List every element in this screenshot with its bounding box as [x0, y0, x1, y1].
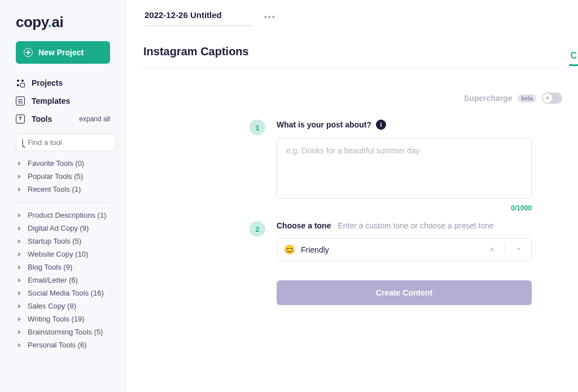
chevron-down-icon[interactable] [511, 245, 524, 255]
info-icon[interactable]: i [376, 120, 386, 130]
brand-name-copy: copy [16, 14, 48, 30]
search-input[interactable] [28, 138, 122, 147]
chevron-right-icon [18, 291, 21, 296]
sidebar-item-label: Sales Copy (8) [28, 302, 76, 310]
plus-circle-icon [24, 48, 33, 57]
main-content: ••• Instagram Captions C Supercharge bet… [126, 0, 578, 392]
sidebar-item-personal-tools[interactable]: Personal Tools (6) [0, 338, 126, 351]
sidebar-item-label: Social Media Tools (16) [28, 289, 104, 297]
tool-categories: Favorite Tools (0) Popular Tools (5) Rec… [0, 157, 126, 392]
chevron-right-icon [18, 317, 21, 321]
chevron-right-icon [18, 161, 21, 166]
sidebar-item-recent-tools[interactable]: Recent Tools (1) [0, 183, 126, 196]
chevron-right-icon [18, 265, 21, 270]
templates-icon [16, 96, 25, 105]
new-project-button[interactable]: New Project [16, 41, 110, 64]
sidebar-item-label: Startup Tools (5) [28, 237, 81, 245]
nav-templates[interactable]: Templates [0, 92, 126, 110]
supercharge-label: Supercharge [464, 94, 513, 103]
sidebar-item-label: Personal Tools (6) [28, 341, 87, 349]
create-content-label: Create Content [376, 288, 432, 297]
step-2-text: Choose a tone [277, 221, 331, 230]
sidebar-item-label: Writing Tools (19) [28, 315, 85, 323]
sidebar-item-label: Product Descriptions (1) [28, 211, 106, 219]
page-header: Instagram Captions [142, 32, 562, 69]
tools-icon [16, 114, 25, 124]
supercharge-row: Supercharge beta [142, 69, 562, 120]
sidebar-item-label: Website Copy (10) [28, 250, 88, 258]
nav-tools[interactable]: Tools expand all [0, 110, 126, 128]
sidebar-item-email-letter[interactable]: Email/Letter (6) [0, 274, 126, 287]
nav-tools-label: Tools [32, 114, 52, 124]
content-scroll: Instagram Captions C Supercharge beta 1 [126, 26, 578, 392]
brand-name-ai: ai [52, 14, 64, 30]
chevron-right-icon [18, 343, 21, 347]
sidebar-item-startup-tools[interactable]: Startup Tools (5) [0, 235, 126, 248]
sidebar-item-blog-tools[interactable]: Blog Tools (9) [0, 261, 126, 274]
character-counter: 0/1000 [277, 204, 532, 212]
separator [505, 245, 505, 255]
toggle-knob [543, 94, 552, 103]
tone-emoji-icon: 😊 [284, 244, 295, 255]
sidebar-item-label: Favorite Tools (0) [28, 159, 84, 168]
chevron-right-icon [18, 278, 21, 283]
step-1: 1 What is your post about? i 0/1000 [249, 120, 532, 212]
chevron-right-icon [18, 330, 21, 334]
tool-search[interactable] [16, 134, 116, 151]
chevron-right-icon [18, 213, 21, 218]
topbar: ••• [126, 0, 578, 26]
divider [16, 202, 110, 203]
new-project-label: New Project [38, 48, 84, 57]
sidebar-item-sales-copy[interactable]: Sales Copy (8) [0, 299, 126, 312]
project-title-input[interactable] [144, 8, 252, 26]
tone-value: Friendly [301, 245, 479, 254]
chevron-right-icon [18, 187, 21, 192]
nav-projects-label: Projects [32, 78, 63, 87]
step-1-badge: 1 [249, 120, 265, 135]
tone-select[interactable]: 😊 Friendly × [277, 238, 532, 261]
step-2-badge: 2 [249, 221, 265, 237]
sidebar-item-product-descriptions[interactable]: Product Descriptions (1) [0, 209, 126, 222]
page-title: Instagram Captions [143, 45, 249, 58]
output-tab-indicator[interactable]: C [569, 47, 578, 66]
step-1-text: What is your post about? [277, 120, 371, 129]
chevron-right-icon [18, 252, 21, 257]
sidebar-item-label: Email/Letter (6) [28, 276, 78, 284]
sidebar-item-label: Brainstorming Tools (5) [28, 328, 103, 336]
sidebar-item-social-media-tools[interactable]: Social Media Tools (16) [0, 287, 126, 299]
brand-logo[interactable]: copy.ai [0, 0, 126, 41]
chevron-right-icon [18, 226, 21, 231]
nav-templates-label: Templates [32, 96, 70, 105]
chevron-right-icon [18, 174, 21, 179]
supercharge-toggle[interactable] [542, 93, 562, 104]
step-2: 2 Choose a tone Enter a custom tone or c… [249, 221, 532, 305]
step-2-hint: Enter a custom tone or choose a preset t… [338, 221, 493, 230]
more-menu-button[interactable]: ••• [261, 10, 279, 24]
clear-tone-button[interactable]: × [485, 245, 499, 255]
chevron-right-icon [18, 239, 21, 244]
sidebar-item-website-copy[interactable]: Website Copy (10) [0, 248, 126, 261]
sidebar-item-favorite-tools[interactable]: Favorite Tools (0) [0, 157, 126, 170]
sidebar-item-popular-tools[interactable]: Popular Tools (5) [0, 170, 126, 183]
step-2-label: Choose a tone Enter a custom tone or cho… [277, 221, 532, 230]
sidebar-item-label: Recent Tools (1) [28, 185, 81, 193]
bolt-icon [545, 95, 550, 101]
create-content-button[interactable]: Create Content [277, 280, 532, 305]
search-icon [22, 139, 23, 147]
form: 1 What is your post about? i 0/1000 2 [249, 120, 532, 305]
sidebar-item-writing-tools[interactable]: Writing Tools (19) [0, 312, 126, 325]
projects-icon [16, 78, 25, 87]
nav-projects[interactable]: Projects [0, 74, 126, 92]
post-about-input[interactable] [277, 138, 532, 199]
sidebar-item-label: Digital Ad Copy (9) [28, 224, 89, 232]
sidebar: copy.ai New Project Projects Templates T… [0, 0, 126, 392]
brand-dot: . [48, 14, 52, 30]
sidebar-item-label: Blog Tools (9) [28, 263, 72, 271]
sidebar-item-brainstorming-tools[interactable]: Brainstorming Tools (5) [0, 325, 126, 338]
sidebar-item-digital-ad-copy[interactable]: Digital Ad Copy (9) [0, 222, 126, 235]
expand-all-link[interactable]: expand all [79, 115, 110, 123]
sidebar-item-label: Popular Tools (5) [28, 172, 83, 180]
chevron-right-icon [18, 304, 21, 309]
beta-badge: beta [518, 94, 536, 103]
step-1-label: What is your post about? i [277, 120, 532, 130]
